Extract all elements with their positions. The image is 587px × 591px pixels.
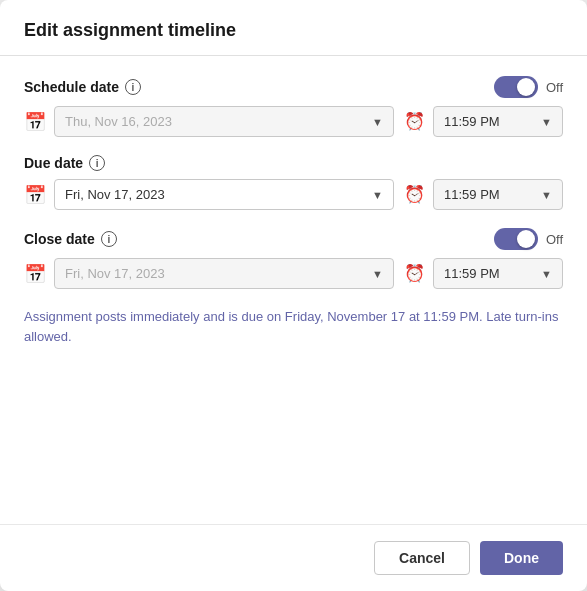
close-date-toggle-label: Off [546,232,563,247]
schedule-time-clock-icon: ⏰ [404,111,425,132]
close-date-header: Close date i Off [24,228,563,250]
schedule-date-section: Schedule date i Off 📅 Thu, Nov 16, 2023 … [24,76,563,137]
schedule-date-toggle-label: Off [546,80,563,95]
close-date-info-icon[interactable]: i [101,231,117,247]
schedule-date-header: Schedule date i Off [24,76,563,98]
close-date-section: Close date i Off 📅 Fri, Nov 17, 2023 ▼ [24,228,563,289]
due-time-select[interactable]: 11:59 PM ▼ [433,179,563,210]
due-date-select[interactable]: Fri, Nov 17, 2023 ▼ [54,179,394,210]
close-date-toggle[interactable] [494,228,538,250]
cancel-button[interactable]: Cancel [374,541,470,575]
schedule-time-value: 11:59 PM [444,114,500,129]
due-time-chevron-icon: ▼ [541,189,552,201]
schedule-time-chevron-icon: ▼ [541,116,552,128]
close-date-inputs: 📅 Fri, Nov 17, 2023 ▼ ⏰ 11:59 PM ▼ [24,258,563,289]
dialog-header: Edit assignment timeline [0,0,587,56]
dialog-footer: Cancel Done [0,524,587,591]
due-date-label: Due date [24,155,83,171]
close-date-calendar-icon: 📅 [24,263,46,285]
schedule-date-value: Thu, Nov 16, 2023 [65,114,172,129]
schedule-date-chevron-icon: ▼ [372,116,383,128]
schedule-date-select[interactable]: Thu, Nov 16, 2023 ▼ [54,106,394,137]
close-date-toggle-container: Off [494,228,563,250]
schedule-date-calendar-icon: 📅 [24,111,46,133]
close-date-label: Close date [24,231,95,247]
close-date-select[interactable]: Fri, Nov 17, 2023 ▼ [54,258,394,289]
done-button[interactable]: Done [480,541,563,575]
schedule-date-toggle-knob [517,78,535,96]
dialog-title: Edit assignment timeline [24,20,563,41]
due-date-input-wrapper: 📅 Fri, Nov 17, 2023 ▼ [24,179,394,210]
schedule-date-toggle[interactable] [494,76,538,98]
close-time-value: 11:59 PM [444,266,500,281]
due-time-clock-icon: ⏰ [404,184,425,205]
schedule-time-input-wrapper: ⏰ 11:59 PM ▼ [404,106,563,137]
schedule-date-input-wrapper: 📅 Thu, Nov 16, 2023 ▼ [24,106,394,137]
close-time-chevron-icon: ▼ [541,268,552,280]
due-date-inputs: 📅 Fri, Nov 17, 2023 ▼ ⏰ 11:59 PM ▼ [24,179,563,210]
info-text: Assignment posts immediately and is due … [24,307,563,346]
close-date-value: Fri, Nov 17, 2023 [65,266,165,281]
dialog-body: Schedule date i Off 📅 Thu, Nov 16, 2023 … [0,56,587,524]
due-date-value: Fri, Nov 17, 2023 [65,187,165,202]
schedule-date-info-icon[interactable]: i [125,79,141,95]
due-time-input-wrapper: ⏰ 11:59 PM ▼ [404,179,563,210]
close-time-clock-icon: ⏰ [404,263,425,284]
close-time-select[interactable]: 11:59 PM ▼ [433,258,563,289]
due-time-value: 11:59 PM [444,187,500,202]
close-time-input-wrapper: ⏰ 11:59 PM ▼ [404,258,563,289]
due-date-info-icon[interactable]: i [89,155,105,171]
schedule-date-inputs: 📅 Thu, Nov 16, 2023 ▼ ⏰ 11:59 PM ▼ [24,106,563,137]
schedule-date-label: Schedule date [24,79,119,95]
close-date-label-row: Close date i [24,231,117,247]
edit-assignment-dialog: Edit assignment timeline Schedule date i… [0,0,587,591]
due-date-header: Due date i [24,155,563,171]
due-date-label-row: Due date i [24,155,105,171]
close-date-chevron-icon: ▼ [372,268,383,280]
due-date-section: Due date i 📅 Fri, Nov 17, 2023 ▼ ⏰ 11:59… [24,155,563,210]
schedule-time-select[interactable]: 11:59 PM ▼ [433,106,563,137]
schedule-date-toggle-container: Off [494,76,563,98]
due-date-chevron-icon: ▼ [372,189,383,201]
close-date-toggle-knob [517,230,535,248]
schedule-date-label-row: Schedule date i [24,79,141,95]
due-date-calendar-icon: 📅 [24,184,46,206]
close-date-input-wrapper: 📅 Fri, Nov 17, 2023 ▼ [24,258,394,289]
